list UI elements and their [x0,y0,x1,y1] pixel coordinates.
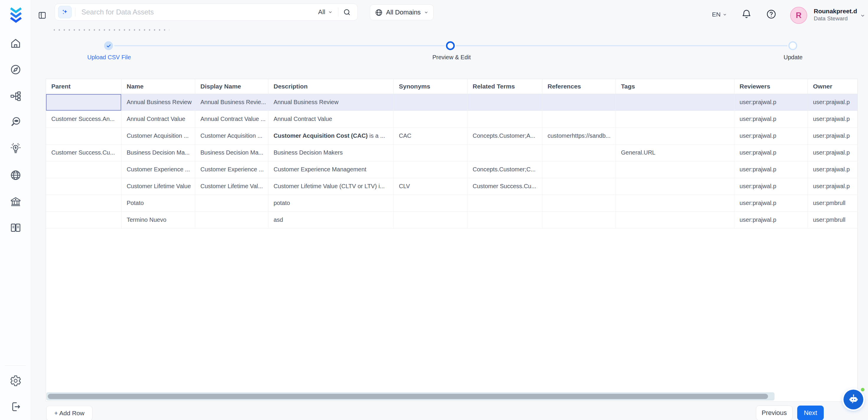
cell-related_terms[interactable] [467,111,542,127]
insights-icon[interactable] [10,143,22,154]
cell-references[interactable] [542,161,616,178]
cell-related_terms[interactable]: Concepts.Customer;A... [467,127,542,144]
add-row-button[interactable]: + Add Row [46,406,92,420]
search-input[interactable] [75,8,313,16]
cell-display_name[interactable]: Business Decision Ma... [195,144,268,161]
cell-display_name[interactable]: Customer Experience ... [195,161,268,178]
cell-reviewers[interactable]: user:prajwal.p [734,195,808,211]
cell-references[interactable] [542,144,616,161]
cell-display_name[interactable]: Customer Lifetime Val... [195,178,268,195]
search-submit-icon[interactable] [338,8,358,16]
user-menu[interactable]: Rounakpreet.d Data Steward [814,7,857,22]
cell-name[interactable]: Business Decision Ma... [121,144,195,161]
cell-references[interactable] [542,94,616,111]
help-icon[interactable] [766,9,777,20]
cell-synonyms[interactable] [394,144,467,161]
cell-related_terms[interactable]: Concepts.Customer;C... [467,161,542,178]
cell-name[interactable]: Annual Contract Value [121,111,195,127]
cell-reviewers[interactable]: user:prajwal.p [734,161,808,178]
cell-display_name[interactable]: Annual Contract Value ... [195,111,268,127]
cell-synonyms[interactable] [394,94,467,111]
cell-parent[interactable] [46,94,121,111]
all-domains-dropdown[interactable]: All Domains [370,4,434,20]
cell-parent[interactable] [46,178,121,195]
data-flow-icon[interactable] [10,90,22,102]
cell-description[interactable]: Annual Contract Value [268,111,394,127]
notifications-bell-icon[interactable] [741,9,752,20]
cell-tags[interactable] [616,94,734,111]
home-icon[interactable] [10,37,22,49]
cell-parent[interactable] [46,161,121,178]
cell-owner[interactable]: user:prajwal.p [808,161,857,178]
chat-assistant-button[interactable] [843,390,863,409]
cell-references[interactable] [542,111,616,127]
user-menu-chevron-icon[interactable] [860,13,865,18]
cell-owner[interactable]: user:prajwal.p [808,111,857,127]
cell-tags[interactable] [616,161,734,178]
governance-bank-icon[interactable] [10,196,22,208]
cell-description[interactable]: Customer Experience Management [268,161,394,178]
app-logo[interactable] [7,6,25,24]
cell-synonyms[interactable] [394,195,467,211]
cell-description[interactable]: Business Decision Makers [268,144,394,161]
cell-references[interactable]: customerhttps://sandb... [542,127,616,144]
cell-description[interactable]: asd [268,211,394,228]
cell-reviewers[interactable]: user:prajwal.p [734,211,808,228]
cell-synonyms[interactable] [394,211,467,228]
cell-display_name[interactable] [195,211,268,228]
cell-reviewers[interactable]: user:prajwal.p [734,144,808,161]
cell-description[interactable]: Customer Lifetime Value (CLTV or LTV) i.… [268,178,394,195]
cell-tags[interactable] [616,127,734,144]
cell-references[interactable] [542,195,616,211]
search-scope-dropdown[interactable]: All [313,8,338,16]
cell-parent[interactable]: Customer Success.An... [46,111,121,127]
cell-tags[interactable] [616,211,734,228]
horizontal-scrollbar-track[interactable] [46,392,775,400]
cell-tags[interactable] [616,111,734,127]
cell-description[interactable]: potato [268,195,394,211]
cell-parent[interactable] [46,195,121,211]
cell-references[interactable] [542,211,616,228]
cell-related_terms[interactable] [467,94,542,111]
cell-synonyms[interactable]: CAC [394,127,467,144]
cell-description[interactable]: Annual Business Review [268,94,394,111]
cell-reviewers[interactable]: user:prajwal.p [734,178,808,195]
cell-owner[interactable]: user:prajwal.p [808,144,857,161]
cell-tags[interactable]: General.URL [616,144,734,161]
explore-compass-icon[interactable] [10,64,22,76]
cell-tags[interactable] [616,178,734,195]
cell-owner[interactable]: user:prajwal.p [808,178,857,195]
cell-owner[interactable]: user:pmbrull [808,211,857,228]
cell-name[interactable]: Customer Experience ... [121,161,195,178]
cell-display_name[interactable] [195,195,268,211]
cell-synonyms[interactable] [394,111,467,127]
cell-owner[interactable]: user:pmbrull [808,195,857,211]
observability-icon[interactable] [10,116,22,128]
cell-synonyms[interactable] [394,161,467,178]
glossary-book-icon[interactable] [10,222,22,234]
domains-globe-icon[interactable] [10,169,22,181]
ai-sparkle-icon[interactable] [58,6,72,18]
cell-parent[interactable] [46,211,121,228]
cell-related_terms[interactable] [467,195,542,211]
cell-reviewers[interactable]: user:prajwal.p [734,94,808,111]
cell-related_terms[interactable] [467,211,542,228]
cell-display_name[interactable]: Customer Acquisition ... [195,127,268,144]
cell-references[interactable] [542,178,616,195]
cell-synonyms[interactable]: CLV [394,178,467,195]
cell-reviewers[interactable]: user:prajwal.p [734,111,808,127]
cell-owner[interactable]: user:prajwal.p [808,127,857,144]
cell-reviewers[interactable]: user:prajwal.p [734,127,808,144]
settings-gear-icon[interactable] [10,375,22,387]
cell-parent[interactable]: Customer Success.Cu... [46,144,121,161]
horizontal-scrollbar-thumb[interactable] [48,394,768,399]
cell-name[interactable]: Annual Business Review [121,94,195,111]
cell-related_terms[interactable]: Customer Success.Cu... [467,178,542,195]
next-button[interactable]: Next [797,406,824,420]
step-upload-csv-label[interactable]: Upload CSV File [87,54,131,61]
cell-name[interactable]: Customer Acquisition ... [121,127,195,144]
sidebar-toggle-icon[interactable] [37,11,47,20]
logout-icon[interactable] [10,401,22,413]
cell-related_terms[interactable] [467,144,542,161]
cell-description[interactable]: Customer Acquisition Cost (CAC) is a ... [268,127,394,144]
